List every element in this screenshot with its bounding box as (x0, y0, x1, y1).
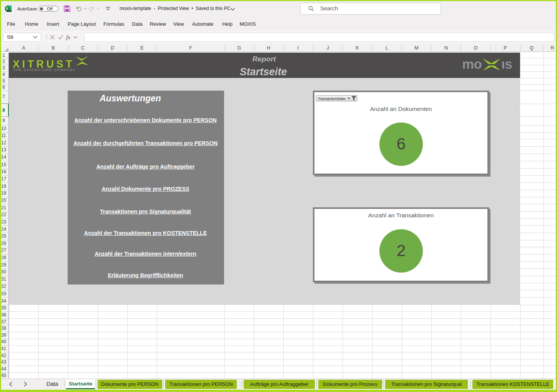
svg-text:X: X (6, 7, 8, 10)
svg-text:fx: fx (66, 34, 70, 40)
